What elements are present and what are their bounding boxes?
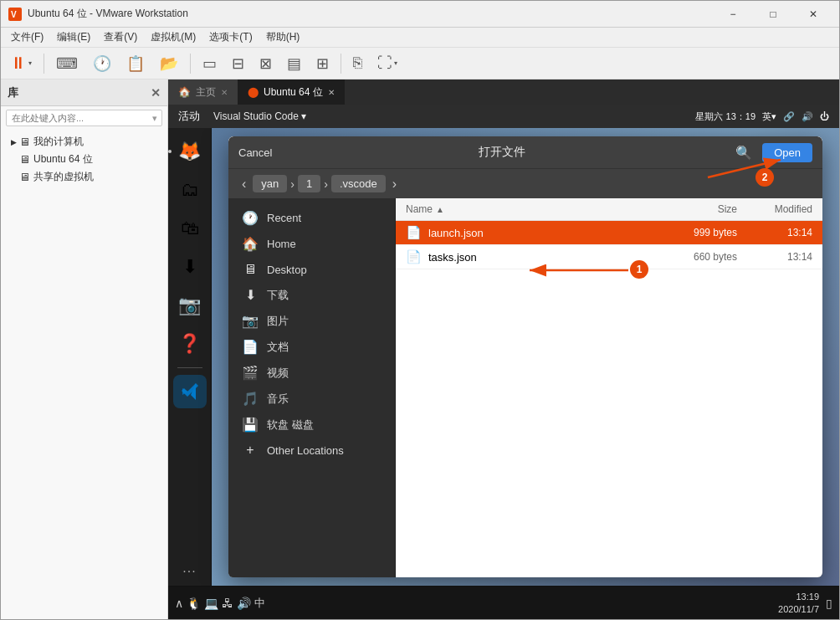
breadcrumb-vscode[interactable]: .vscode bbox=[331, 175, 386, 192]
gnome-dock: 🦊 🗂 🛍 ⬇ 📷 ❓ bbox=[168, 128, 212, 586]
view5-button[interactable]: ⊞ bbox=[310, 51, 335, 76]
sidebar-documents[interactable]: 📄 文档 bbox=[228, 334, 395, 360]
snapshot2-button[interactable]: 📋 bbox=[120, 51, 151, 76]
menu-file[interactable]: 文件(F) bbox=[4, 28, 50, 46]
menu-edit[interactable]: 编辑(E) bbox=[50, 28, 97, 46]
breadcrumb-forward-button[interactable]: › bbox=[392, 177, 397, 192]
column-name[interactable]: Name ▲ bbox=[406, 203, 653, 215]
view-button[interactable]: ▭ bbox=[197, 51, 223, 76]
file-row-launch-json[interactable]: 📄 launch.json 999 bytes 13:14 bbox=[396, 221, 822, 245]
tray-sound-icon[interactable]: 🔊 bbox=[237, 597, 251, 610]
dock-help[interactable]: ❓ bbox=[173, 327, 207, 361]
view2-button[interactable]: ⊟ bbox=[226, 51, 250, 76]
file-list-header: Name ▲ Size Modified bbox=[396, 198, 822, 221]
toolbar-separator-3 bbox=[341, 54, 341, 74]
show-desktop-button[interactable]: ▯ bbox=[826, 597, 832, 610]
menu-vm[interactable]: 虚拟机(M) bbox=[144, 28, 202, 46]
gnome-activities-button[interactable]: 活动 bbox=[178, 109, 200, 124]
sidebar-search-input[interactable] bbox=[6, 110, 162, 126]
tab-ubuntu[interactable]: ⬤ Ubuntu 64 位 ✕ bbox=[238, 79, 345, 105]
dialog-cancel-button[interactable]: Cancel bbox=[238, 146, 272, 159]
tray-network-icon[interactable]: 🖧 bbox=[222, 597, 233, 610]
tree-item-my-computer[interactable]: ▶ 🖥 我的计算机 bbox=[1, 133, 167, 151]
file-dialog-header: Cancel 打开文件 🔍 Open bbox=[228, 136, 822, 168]
window-controls: − □ ✕ bbox=[714, 1, 832, 28]
sidebar-downloads[interactable]: ⬇ 下载 bbox=[228, 282, 395, 308]
dock-photos[interactable]: 📷 bbox=[173, 289, 207, 322]
ubuntu-desktop: 活动 Visual Studio Code ▾ 星期六 13：19 英▾ 🔗 🔊… bbox=[168, 105, 839, 586]
dialog-search-button[interactable]: 🔍 bbox=[732, 141, 755, 164]
home-icon: 🏠 bbox=[242, 236, 259, 252]
power-dropdown-arrow[interactable]: ▾ bbox=[28, 59, 32, 67]
tray-monitor-icon[interactable]: 💻 bbox=[204, 597, 218, 610]
menu-bar: 文件(F) 编辑(E) 查看(V) 虚拟机(M) 选项卡(T) 帮助(H) bbox=[1, 28, 839, 48]
fullscreen-button[interactable]: ⛶ ▾ bbox=[371, 51, 403, 76]
sidebar-pictures[interactable]: 📷 图片 bbox=[228, 308, 395, 334]
dock-files[interactable]: 🗂 bbox=[173, 173, 207, 207]
send-ctrl-alt-del-button[interactable]: ⌨ bbox=[50, 51, 84, 76]
tree-item-shared-vms[interactable]: 🖥 共享的虚拟机 bbox=[1, 168, 167, 186]
gnome-locale[interactable]: 英▾ bbox=[762, 110, 776, 123]
sidebar-other-locations[interactable]: + Other Locations bbox=[228, 438, 395, 463]
taskbar-date-value: 2020/11/7 bbox=[778, 603, 819, 615]
sidebar-header: 库 ✕ bbox=[1, 79, 167, 106]
gnome-app-name[interactable]: Visual Studio Code ▾ bbox=[213, 110, 306, 122]
dock-dots[interactable]: ··· bbox=[182, 564, 196, 579]
dock-appstore[interactable]: 🛍 bbox=[173, 212, 207, 245]
view4-button[interactable]: ▤ bbox=[281, 51, 307, 76]
documents-icon: 📄 bbox=[242, 339, 259, 355]
view3-button[interactable]: ⊠ bbox=[254, 51, 278, 76]
dock-firefox[interactable]: 🦊 bbox=[173, 135, 207, 168]
power-button[interactable]: ⏸ ▾ bbox=[4, 51, 38, 76]
dialog-open-button[interactable]: Open bbox=[762, 143, 812, 162]
breadcrumb-yan[interactable]: yan bbox=[253, 175, 287, 192]
file-row-tasks-json[interactable]: 📄 tasks.json 660 bytes 13:14 bbox=[396, 245, 822, 269]
tray-input-icon[interactable]: 中 bbox=[254, 596, 265, 611]
dock-bottom: ··· bbox=[182, 564, 196, 579]
sidebar-recent[interactable]: 🕐 Recent bbox=[228, 205, 395, 231]
maximize-button[interactable]: □ bbox=[754, 1, 792, 28]
tray-penguin-icon[interactable]: 🐧 bbox=[187, 597, 201, 610]
snapshot3-button[interactable]: 📂 bbox=[154, 51, 184, 76]
taskbar-tray-icons: ∧ 🐧 💻 🖧 🔊 中 bbox=[175, 596, 265, 611]
minimize-button[interactable]: − bbox=[714, 1, 752, 28]
dialog-search-icon: 🔍 bbox=[735, 145, 752, 161]
file-name-tasks: tasks.json bbox=[428, 251, 653, 264]
sidebar-desktop[interactable]: 🖥 Desktop bbox=[228, 257, 395, 282]
file-icon-tasks: 📄 bbox=[406, 249, 422, 264]
snapshot-button[interactable]: 🕐 bbox=[87, 51, 117, 76]
fullscreen-dropdown-arrow[interactable]: ▾ bbox=[394, 59, 397, 67]
file-sidebar: 🕐 Recent 🏠 Home 🖥 Des bbox=[228, 198, 396, 577]
gnome-power-icon[interactable]: ⏻ bbox=[820, 111, 829, 121]
toolbar-separator-1 bbox=[44, 54, 44, 74]
sidebar-videos[interactable]: 🎬 视频 bbox=[228, 360, 395, 386]
tab-home[interactable]: 🏠 主页 ✕ bbox=[168, 79, 238, 105]
gnome-sound-icon[interactable]: 🔊 bbox=[802, 111, 813, 122]
tab-ubuntu-close[interactable]: ✕ bbox=[328, 88, 335, 97]
sidebar-tree: ▶ 🖥 我的计算机 🖥 Ubuntu 64 位 🖥 共享的虚拟机 bbox=[1, 130, 167, 189]
gnome-topbar-right: 星期六 13：19 英▾ 🔗 🔊 ⏻ bbox=[695, 110, 829, 123]
view6-button[interactable]: ⎘ bbox=[347, 51, 368, 76]
tray-expand-icon[interactable]: ∧ bbox=[175, 597, 183, 610]
dock-vscode[interactable] bbox=[173, 375, 207, 408]
menu-tabs[interactable]: 选项卡(T) bbox=[202, 28, 259, 46]
vmware-icon: V bbox=[8, 7, 23, 22]
breadcrumb-1[interactable]: 1 bbox=[298, 175, 320, 192]
recent-icon: 🕐 bbox=[242, 210, 259, 226]
column-modified[interactable]: Modified bbox=[737, 203, 812, 215]
sidebar-close-button[interactable]: ✕ bbox=[151, 86, 161, 100]
breadcrumb-back-button[interactable]: ‹ bbox=[238, 177, 249, 192]
menu-view[interactable]: 查看(V) bbox=[97, 28, 144, 46]
close-button[interactable]: ✕ bbox=[794, 1, 832, 28]
file-dialog: Cancel 打开文件 🔍 Open ‹ yan bbox=[228, 136, 822, 577]
column-size[interactable]: Size bbox=[653, 203, 737, 215]
sidebar-music[interactable]: 🎵 音乐 bbox=[228, 386, 395, 412]
pictures-icon: 📷 bbox=[242, 313, 259, 329]
menu-help[interactable]: 帮助(H) bbox=[259, 28, 307, 46]
dock-downloads[interactable]: ⬇ bbox=[173, 250, 207, 284]
sidebar-floppy[interactable]: 💾 软盘 磁盘 bbox=[228, 412, 395, 438]
sidebar-home[interactable]: 🏠 Home bbox=[228, 231, 395, 257]
tree-item-ubuntu[interactable]: 🖥 Ubuntu 64 位 bbox=[1, 151, 167, 168]
tab-home-close[interactable]: ✕ bbox=[221, 88, 228, 97]
gnome-network-icon[interactable]: 🔗 bbox=[783, 111, 795, 122]
